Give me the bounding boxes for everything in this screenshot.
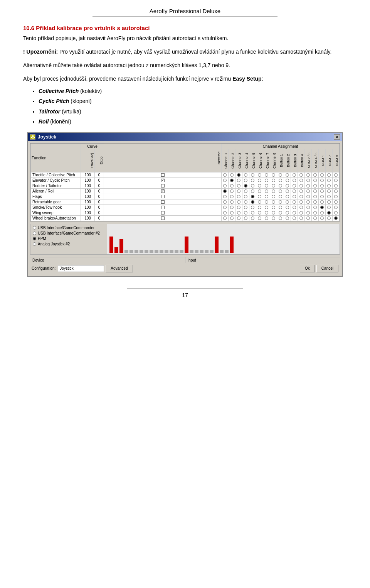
channel-radio-cell[interactable] bbox=[312, 188, 319, 194]
channel-radio[interactable] bbox=[313, 216, 317, 220]
channel-radio-cell[interactable] bbox=[222, 199, 229, 204]
travel-cell[interactable]: 100 bbox=[81, 177, 95, 183]
channel-radio-cell[interactable] bbox=[242, 172, 249, 177]
channel-radio-cell[interactable] bbox=[298, 199, 305, 204]
channel-radio-cell[interactable] bbox=[298, 215, 305, 221]
channel-radio[interactable] bbox=[313, 206, 317, 209]
channel-radio-cell[interactable] bbox=[298, 210, 305, 215]
channel-radio[interactable] bbox=[286, 216, 289, 220]
channel-radio-cell[interactable] bbox=[270, 183, 277, 188]
channel-radio-cell[interactable] bbox=[319, 215, 326, 221]
channel-radio[interactable] bbox=[265, 206, 268, 209]
channel-radio[interactable] bbox=[251, 200, 254, 204]
reverse-cell[interactable] bbox=[104, 204, 222, 210]
channel-radio-cell[interactable] bbox=[235, 199, 242, 204]
channel-radio-cell[interactable] bbox=[229, 215, 235, 221]
channel-radio-cell[interactable] bbox=[298, 204, 305, 210]
channel-radio[interactable] bbox=[272, 211, 275, 215]
channel-radio-cell[interactable] bbox=[222, 210, 229, 215]
channel-radio-cell[interactable] bbox=[277, 188, 284, 194]
channel-radio[interactable] bbox=[265, 189, 268, 193]
channel-radio[interactable] bbox=[306, 184, 310, 188]
channel-radio-cell[interactable] bbox=[305, 199, 312, 204]
reverse-checkbox[interactable] bbox=[161, 216, 165, 220]
channel-radio-cell[interactable] bbox=[312, 204, 319, 210]
channel-radio-cell[interactable] bbox=[256, 204, 263, 210]
radio-option-1[interactable]: USB Interface/GameCommander bbox=[33, 226, 104, 230]
travel-cell[interactable]: 100 bbox=[81, 183, 95, 188]
channel-radio[interactable] bbox=[279, 211, 282, 215]
channel-radio-cell[interactable] bbox=[242, 204, 249, 210]
travel-cell[interactable]: 100 bbox=[81, 172, 95, 177]
channel-radio[interactable] bbox=[237, 216, 240, 220]
channel-radio[interactable] bbox=[286, 195, 289, 198]
expo-cell[interactable]: 0 bbox=[95, 177, 104, 183]
channel-radio[interactable] bbox=[286, 173, 289, 177]
channel-radio[interactable] bbox=[327, 200, 331, 204]
channel-radio[interactable] bbox=[223, 179, 227, 182]
channel-radio[interactable] bbox=[272, 184, 275, 188]
channel-radio[interactable] bbox=[320, 189, 324, 193]
channel-radio[interactable] bbox=[230, 184, 234, 188]
channel-radio[interactable] bbox=[334, 206, 338, 209]
channel-radio-cell[interactable] bbox=[229, 183, 235, 188]
channel-radio-cell[interactable] bbox=[291, 210, 298, 215]
channel-radio[interactable] bbox=[320, 216, 324, 220]
channel-radio-cell[interactable] bbox=[277, 204, 284, 210]
channel-radio[interactable] bbox=[251, 206, 254, 209]
channel-radio-cell[interactable] bbox=[298, 177, 305, 183]
channel-radio[interactable] bbox=[299, 184, 303, 188]
channel-radio-cell[interactable] bbox=[326, 194, 333, 199]
reverse-cell[interactable] bbox=[104, 194, 222, 199]
channel-radio[interactable] bbox=[306, 216, 310, 220]
channel-radio[interactable] bbox=[299, 216, 303, 220]
expo-cell[interactable]: 0 bbox=[95, 194, 104, 199]
reverse-checkbox[interactable] bbox=[161, 200, 165, 204]
channel-radio-cell[interactable] bbox=[256, 188, 263, 194]
channel-radio[interactable] bbox=[327, 211, 331, 215]
channel-radio[interactable] bbox=[258, 200, 261, 204]
channel-radio-cell[interactable] bbox=[229, 188, 235, 194]
channel-radio[interactable] bbox=[320, 211, 324, 215]
channel-radio[interactable] bbox=[313, 189, 317, 193]
channel-radio[interactable] bbox=[258, 173, 261, 177]
channel-radio[interactable] bbox=[286, 200, 289, 204]
channel-radio[interactable] bbox=[313, 211, 317, 215]
channel-radio[interactable] bbox=[279, 179, 282, 182]
channel-radio[interactable] bbox=[306, 211, 310, 215]
channel-radio-cell[interactable] bbox=[222, 188, 229, 194]
channel-radio-cell[interactable] bbox=[277, 194, 284, 199]
channel-radio-cell[interactable] bbox=[319, 183, 326, 188]
channel-radio[interactable] bbox=[313, 173, 317, 177]
channel-radio-cell[interactable] bbox=[256, 215, 263, 221]
channel-radio[interactable] bbox=[286, 189, 289, 193]
channel-radio[interactable] bbox=[279, 173, 282, 177]
channel-radio[interactable] bbox=[244, 195, 247, 198]
channel-radio-cell[interactable] bbox=[305, 215, 312, 221]
channel-radio-cell[interactable] bbox=[222, 183, 229, 188]
channel-radio-cell[interactable] bbox=[326, 215, 333, 221]
channel-radio-cell[interactable] bbox=[284, 188, 291, 194]
channel-radio-cell[interactable] bbox=[270, 188, 277, 194]
channel-radio[interactable] bbox=[313, 200, 317, 204]
channel-radio-cell[interactable] bbox=[235, 194, 242, 199]
channel-radio-cell[interactable] bbox=[222, 172, 229, 177]
channel-radio-cell[interactable] bbox=[312, 194, 319, 199]
channel-radio-cell[interactable] bbox=[263, 177, 270, 183]
channel-radio-cell[interactable] bbox=[291, 172, 298, 177]
channel-radio[interactable] bbox=[258, 189, 261, 193]
channel-radio[interactable] bbox=[293, 206, 296, 209]
channel-radio[interactable] bbox=[299, 189, 303, 193]
channel-radio[interactable] bbox=[293, 179, 296, 182]
channel-radio-cell[interactable] bbox=[263, 210, 270, 215]
channel-radio-cell[interactable] bbox=[326, 177, 333, 183]
channel-radio[interactable] bbox=[306, 179, 310, 182]
channel-radio[interactable] bbox=[244, 200, 247, 204]
channel-radio-cell[interactable] bbox=[326, 188, 333, 194]
channel-radio[interactable] bbox=[244, 179, 247, 182]
channel-radio-cell[interactable] bbox=[263, 204, 270, 210]
channel-radio-cell[interactable] bbox=[229, 172, 235, 177]
channel-radio-cell[interactable] bbox=[319, 194, 326, 199]
channel-radio[interactable] bbox=[265, 179, 268, 182]
channel-radio-cell[interactable] bbox=[305, 177, 312, 183]
